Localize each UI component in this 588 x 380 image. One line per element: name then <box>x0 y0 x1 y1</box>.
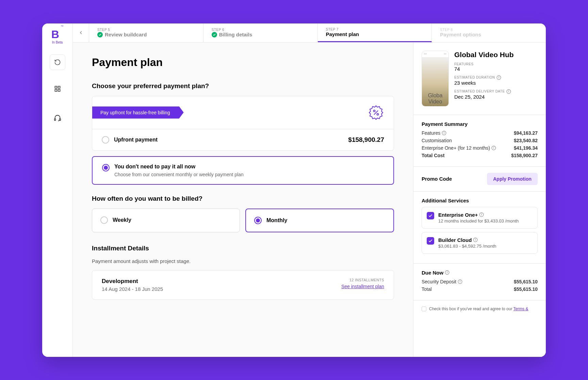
svg-point-23 <box>481 214 482 214</box>
grid-icon <box>54 85 61 92</box>
billing-monthly[interactable]: Monthly <box>245 209 394 232</box>
info-icon[interactable] <box>491 146 496 150</box>
service-enterprise-one[interactable]: Enterprise One+ 12 months included for $… <box>422 207 538 229</box>
checkbox-builder-cloud[interactable] <box>427 237 434 245</box>
svg-point-20 <box>494 147 494 147</box>
info-icon[interactable] <box>445 270 450 275</box>
billing-heading: How often do you want to be billed? <box>92 195 394 202</box>
svg-rect-3 <box>58 89 60 91</box>
installments-count: 12 INSTALLMENTS <box>341 278 384 282</box>
info-icon[interactable] <box>496 75 501 80</box>
svg-point-26 <box>475 239 476 239</box>
service-builder-cloud[interactable]: Builder Cloud $3,061.83 - $4,592.75 /mon… <box>422 232 538 254</box>
logo-letter: B <box>51 28 59 40</box>
svg-point-32 <box>460 280 460 281</box>
step-payment-options: STEP 8 Payment options <box>432 23 546 42</box>
ribbon-row: Pay upfront for hassle-free billing <box>92 96 394 129</box>
info-icon[interactable] <box>506 89 511 94</box>
dev-dates: 14 Aug 2024 - 18 Jun 2025 <box>102 286 163 292</box>
terms-checkbox[interactable] <box>422 307 426 311</box>
radio-upfront[interactable] <box>102 136 109 144</box>
terms-section: Check this box if you've read and agree … <box>413 300 546 317</box>
step-title: Billing details <box>219 32 252 37</box>
svg-point-17 <box>444 132 444 132</box>
grid-button[interactable] <box>50 81 65 97</box>
duration-label: ESTIMATED DURATION <box>454 76 495 79</box>
payment-summary-section: Payment Summary Features $94,163.27 Cust… <box>413 115 546 166</box>
check-icon <box>97 32 103 37</box>
upfront-card: Pay upfront for hassle-free billing Upfr… <box>92 96 394 151</box>
summary-meta: Global Video Hub FEATURES 74 ESTIMATED D… <box>454 51 538 106</box>
support-button[interactable] <box>50 110 65 126</box>
line-enterprise: Enterprise One+ (for 12 months) $41,196.… <box>422 145 538 151</box>
step-title: Payment options <box>440 32 481 37</box>
phone-content: Globa Video Hub <box>422 57 448 106</box>
sidebar: B ™ In Beta <box>42 23 73 357</box>
content-row: Payment plan Choose your preferred payme… <box>73 43 546 357</box>
development-card: Development 14 Aug 2024 - 18 Jun 2025 12… <box>92 270 394 300</box>
info-icon[interactable] <box>458 279 462 284</box>
billing-weekly-label: Weekly <box>113 217 131 223</box>
chevron-left-icon <box>78 30 84 35</box>
installment-option-title: You don't need to pay it all now <box>114 164 195 170</box>
svg-point-29 <box>447 271 447 272</box>
step-title: Payment plan <box>326 31 359 37</box>
see-installment-plan-link[interactable]: See installment plan <box>341 284 384 289</box>
undo-icon <box>54 59 61 66</box>
check-icon <box>212 32 217 37</box>
svg-rect-4 <box>54 118 55 120</box>
info-icon[interactable] <box>442 131 446 135</box>
apply-promotion-button[interactable]: Apply Promotion <box>487 173 538 185</box>
due-now-title: Due Now <box>422 270 443 276</box>
step-billing-details[interactable]: STEP 6 Billing details <box>203 23 318 42</box>
app-frame: B ™ In Beta STEP 5 Review buildcard <box>42 23 546 357</box>
payment-summary-title: Payment Summary <box>422 121 538 127</box>
radio-monthly[interactable] <box>254 217 262 224</box>
features-label: FEATURES <box>454 62 538 66</box>
svg-rect-1 <box>58 86 60 88</box>
svg-line-8 <box>374 111 378 115</box>
checkbox-enterprise[interactable] <box>427 212 434 219</box>
dev-title: Development <box>102 278 163 285</box>
info-icon[interactable] <box>479 212 484 217</box>
upfront-price: $158,900.27 <box>348 136 384 144</box>
info-icon[interactable] <box>473 237 478 242</box>
svg-point-14 <box>508 90 509 90</box>
line-features: Features $94,163.27 <box>422 130 538 136</box>
step-payment-plan[interactable]: STEP 7 Payment plan <box>318 23 432 42</box>
svg-rect-0 <box>55 86 57 88</box>
promo-label: Promo Code <box>422 176 452 182</box>
project-title: Global Video Hub <box>454 51 538 59</box>
right-panel: ⋯⋯ Globa Video Hub Global Video Hub FEAT… <box>413 43 546 357</box>
phone-preview: ⋯⋯ Globa Video Hub <box>422 51 449 106</box>
step-review-buildcard[interactable]: STEP 5 Review buildcard <box>89 23 203 42</box>
radio-weekly[interactable] <box>100 216 108 224</box>
line-security-deposit: Security Deposit $55,615.10 <box>422 279 538 284</box>
back-button[interactable] <box>73 23 89 42</box>
logo: B ™ In Beta <box>51 29 64 44</box>
upfront-option[interactable]: Upfront payment $158,900.27 <box>92 129 394 150</box>
delivery-label: ESTIMATED DELIVERY DATE <box>454 89 505 93</box>
logo-tm: ™ <box>61 25 63 28</box>
installment-option[interactable]: You don't need to pay it all now Choose … <box>92 156 394 185</box>
radio-installment[interactable] <box>102 164 110 171</box>
svg-rect-5 <box>59 118 61 120</box>
line-customisation: Customisation $23,540.82 <box>422 138 538 143</box>
svg-rect-2 <box>55 89 57 91</box>
stepper: STEP 5 Review buildcard STEP 6 Billing d… <box>73 23 546 43</box>
terms-text: Check this box if you've read and agree … <box>429 307 528 311</box>
upfront-label: Upfront payment <box>114 137 158 143</box>
page-title: Payment plan <box>92 56 394 69</box>
svg-point-7 <box>377 113 379 115</box>
choose-heading: Choose your preferred payment plan? <box>92 82 394 90</box>
promo-section: Promo Code Apply Promotion <box>413 166 546 191</box>
terms-link[interactable]: Terms & <box>513 307 528 311</box>
svg-point-11 <box>499 76 499 77</box>
svg-point-6 <box>374 110 375 112</box>
billing-monthly-label: Monthly <box>266 217 287 224</box>
upfront-ribbon: Pay upfront for hassle-free billing <box>92 106 184 119</box>
undo-button[interactable] <box>50 54 65 70</box>
billing-weekly[interactable]: Weekly <box>92 209 240 232</box>
phone-statusbar: ⋯⋯ <box>422 51 448 57</box>
line-due-total: Total $55,615.10 <box>422 286 538 292</box>
